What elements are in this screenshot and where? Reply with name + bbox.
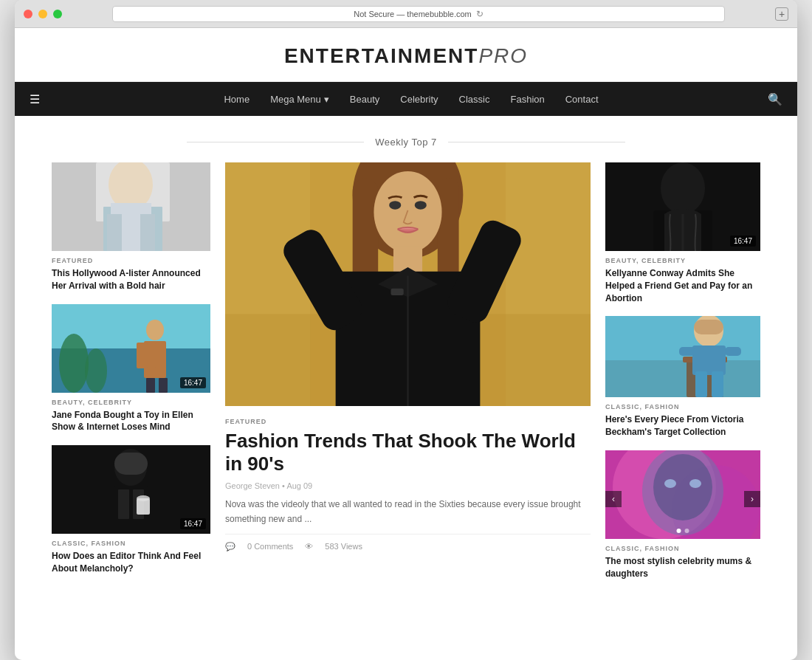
comments-count: 0 Comments <box>247 542 293 551</box>
center-footer: 💬 0 Comments 👁 583 Views <box>225 534 591 551</box>
section-title: Weekly Top 7 <box>375 137 437 148</box>
article-category: CLASSIC, FASHION <box>605 403 760 410</box>
svg-rect-23 <box>118 489 129 519</box>
svg-rect-57 <box>679 347 695 356</box>
article-title: The most stylish celebrity mums & daught… <box>605 555 760 580</box>
slider-nav: ‹ › <box>605 491 760 507</box>
center-excerpt: Nova was the videoly that we all wanted … <box>225 498 591 526</box>
browser-window: Not Secure — themebubble.com ↻ + ENTERTA… <box>15 0 797 660</box>
nav-classic[interactable]: Classic <box>459 94 490 105</box>
article-category: BEAUTY, CELEBRITY <box>52 399 210 406</box>
svg-rect-58 <box>725 347 741 356</box>
svg-point-46 <box>661 162 705 214</box>
svg-rect-41 <box>390 289 403 295</box>
refresh-icon[interactable]: ↻ <box>476 9 484 19</box>
article-category: CLASSIC, FASHION <box>52 540 210 547</box>
list-item: 16:47 CLASSIC, FASHION How Does an Edito… <box>52 445 210 575</box>
article-image-wrap <box>605 316 760 397</box>
main-grid: FEATURED This Hollywood A-lister Announc… <box>15 162 797 602</box>
right-column: 16:47 BEAUTY, CELEBRITY Kellyanne Conway… <box>605 162 760 580</box>
views-count: 583 Views <box>325 542 362 551</box>
site-header: ENTERTAINMENTPRO <box>15 28 797 82</box>
maximize-icon[interactable] <box>53 10 62 18</box>
svg-point-43 <box>415 201 427 210</box>
search-icon[interactable]: 🔍 <box>768 92 782 106</box>
article-image-wrap <box>52 162 210 251</box>
svg-rect-55 <box>695 371 707 397</box>
article-category: CLASSIC, FASHION <box>605 545 760 552</box>
article-category: FEATURED <box>52 257 210 264</box>
svg-rect-59 <box>694 320 723 334</box>
svg-point-11 <box>85 348 107 393</box>
nav-contact[interactable]: Contact <box>565 94 599 105</box>
browser-titlebar: Not Secure — themebubble.com ↻ + <box>15 0 797 28</box>
article-title: Here's Every Piece From Victoria Beckham… <box>605 413 760 439</box>
nav-beauty[interactable]: Beauty <box>350 94 379 105</box>
close-icon[interactable] <box>24 10 32 18</box>
comments-icon: 💬 <box>225 542 235 551</box>
article-title: This Hollywood A-lister Announced Her Ar… <box>52 267 210 292</box>
center-featured-label: FEATURED <box>225 418 591 425</box>
list-item: ‹ › CLASSIC, FASHION The most stylish ce… <box>605 450 760 580</box>
article-image-right-2 <box>605 316 760 397</box>
nav-celebrity[interactable]: Celebrity <box>400 94 438 105</box>
center-meta: George Steven • Aug 09 <box>225 481 591 490</box>
article-category: BEAUTY, CELEBRITY <box>605 257 760 264</box>
article-image-wrap: 16:47 <box>52 445 210 534</box>
url-text: Not Secure — themebubble.com <box>354 10 472 18</box>
svg-rect-56 <box>712 371 723 397</box>
center-column: FEATURED Fashion Trends That Shook The W… <box>225 162 591 580</box>
article-image-wrap: ‹ › <box>605 450 760 539</box>
address-bar[interactable]: Not Secure — themebubble.com ↻ <box>112 6 725 22</box>
svg-rect-54 <box>692 346 726 375</box>
center-date: Aug 09 <box>286 481 312 490</box>
slider-dot-2[interactable] <box>685 529 689 533</box>
article-image-1 <box>52 162 210 251</box>
svg-rect-5 <box>107 214 122 251</box>
list-item: FEATURED This Hollywood A-lister Announc… <box>52 162 210 292</box>
slider-dot-1[interactable] <box>677 529 681 533</box>
svg-rect-14 <box>137 343 148 368</box>
nav-home[interactable]: Home <box>224 94 250 105</box>
svg-point-26 <box>137 495 150 501</box>
slider-dots <box>677 529 689 533</box>
nav-mega-menu[interactable]: Mega Menu ▾ <box>270 94 329 105</box>
title-main: ENTERTAINMENT <box>284 44 478 67</box>
minimize-icon[interactable] <box>38 10 47 18</box>
time-badge: 16:47 <box>730 236 756 247</box>
center-author: George Steven <box>225 481 280 490</box>
svg-point-42 <box>389 201 401 210</box>
svg-point-12 <box>146 320 164 340</box>
svg-rect-22 <box>114 453 148 475</box>
article-image-wrap: 16:47 <box>605 162 760 251</box>
title-pro: PRO <box>478 44 528 67</box>
time-badge: 16:47 <box>180 377 206 388</box>
article-title: Jane Fonda Bought a Toy in Ellen Show & … <box>52 409 210 434</box>
svg-rect-50 <box>605 360 760 397</box>
center-title: Fashion Trends That Shook The World in 9… <box>225 430 591 475</box>
nav-bar: ☰ Home Mega Menu ▾ Beauty Celebrity Clas… <box>15 82 797 116</box>
site-content: ENTERTAINMENTPRO ☰ Home Mega Menu ▾ Beau… <box>15 28 797 660</box>
svg-rect-15 <box>155 343 166 368</box>
left-column: FEATURED This Hollywood A-lister Announc… <box>52 162 210 580</box>
article-title: Kellyanne Conway Admits She Helped a Fri… <box>605 267 760 304</box>
list-item: 16:47 BEAUTY, CELEBRITY Kellyanne Conway… <box>605 162 760 304</box>
article-title: How Does an Editor Think And Feel About … <box>52 550 210 575</box>
svg-rect-6 <box>140 214 155 251</box>
svg-point-10 <box>59 334 89 393</box>
list-item: CLASSIC, FASHION Here's Every Piece From… <box>605 316 760 439</box>
views-icon: 👁 <box>305 542 313 551</box>
center-main-image <box>225 162 591 406</box>
svg-rect-17 <box>159 378 168 393</box>
section-header: Weekly Top 7 <box>15 116 797 162</box>
new-tab-button[interactable]: + <box>775 7 788 21</box>
slider-prev-button[interactable]: ‹ <box>605 491 622 507</box>
hamburger-icon[interactable]: ☰ <box>30 92 40 106</box>
time-badge: 16:47 <box>180 518 206 529</box>
slider-next-button[interactable]: › <box>744 491 760 507</box>
svg-rect-16 <box>146 378 155 393</box>
site-title: ENTERTAINMENTPRO <box>15 44 797 68</box>
chevron-down-icon: ▾ <box>324 94 329 105</box>
article-image-wrap: 16:47 <box>52 304 210 393</box>
nav-fashion[interactable]: Fashion <box>510 94 544 105</box>
